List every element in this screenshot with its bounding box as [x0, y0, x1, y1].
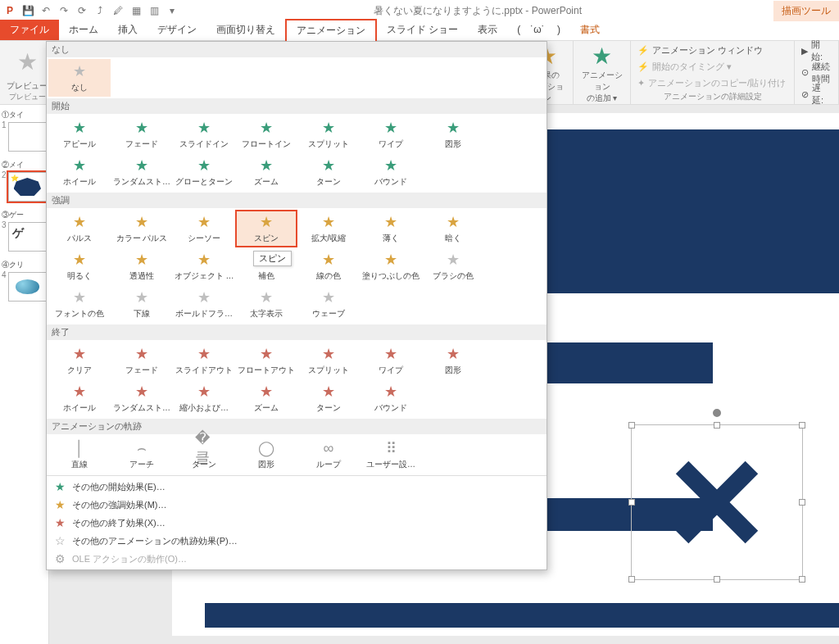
gallery-item[interactable]: ★ズーム: [235, 153, 297, 191]
gallery-item[interactable]: ★アピール: [48, 116, 111, 153]
save-icon[interactable]: 💾: [21, 4, 34, 17]
gallery-item[interactable]: ★塗りつぶしの色: [360, 247, 422, 285]
gallery-item[interactable]: ★薄く: [360, 210, 422, 247]
thumb-3[interactable]: ③ゲー 3ゲ: [2, 208, 47, 258]
advanced-group-label: アニメーションの詳細設定: [664, 91, 762, 102]
qat-icon3[interactable]: 🖉: [111, 4, 125, 17]
tab-format[interactable]: 書式: [570, 20, 610, 40]
star-icon: ★: [70, 213, 88, 231]
star-icon: ★: [133, 383, 151, 401]
path-icon: �클: [195, 439, 213, 457]
gallery-item[interactable]: ★ブラシの色: [422, 247, 484, 285]
gallery-item[interactable]: ★フェード: [111, 342, 173, 379]
tab-slideshow[interactable]: スライド ショー: [377, 20, 468, 40]
gallery-item-none[interactable]: ★なし: [48, 59, 111, 97]
star-icon: ★: [320, 251, 338, 269]
gallery-item[interactable]: ★ボールドフラ…: [173, 285, 235, 323]
gallery-item[interactable]: ★フォントの色: [48, 285, 111, 323]
gallery-item[interactable]: ★明るく: [48, 247, 111, 285]
gallery-item[interactable]: ★フロートイン: [235, 116, 297, 153]
gallery-item[interactable]: ★ターン: [297, 153, 360, 191]
selected-shape[interactable]: [631, 424, 803, 580]
star-icon: ★: [195, 156, 213, 175]
star-icon: ★: [320, 156, 338, 175]
trigger-button[interactable]: ⚡開始のタイミング ▾: [637, 59, 732, 75]
gallery-item[interactable]: ★図形: [422, 342, 484, 379]
gallery-item[interactable]: ★太字表示: [235, 285, 297, 323]
gallery-item[interactable]: ★スライドイン: [173, 116, 235, 153]
undo-icon[interactable]: ↶: [39, 4, 52, 17]
animation-painter-button[interactable]: ✦アニメーションのコピー/貼り付け: [637, 75, 786, 91]
gallery-item[interactable]: ★ホイール: [48, 379, 111, 417]
gallery-item[interactable]: ★シーソー: [173, 210, 235, 247]
tab-home[interactable]: ホーム: [59, 20, 108, 40]
tab-transitions[interactable]: 画面切り替え: [206, 20, 285, 40]
gallery-item[interactable]: ★グローとターン: [173, 153, 235, 191]
tab-design[interactable]: デザイン: [147, 20, 206, 40]
thumb-1[interactable]: ①タイ 1: [2, 108, 47, 158]
gallery-item[interactable]: ★バウンド: [360, 379, 422, 417]
tab-file[interactable]: ファイル: [0, 20, 59, 40]
gallery-item[interactable]: ★フロートアウト: [235, 342, 297, 379]
ribbon-group-add-animation[interactable]: ★ アニメーション の追加 ▾: [574, 41, 631, 104]
more-exit-effects[interactable]: ★その他の終了効果(X)…: [47, 514, 546, 532]
tab-insert[interactable]: 挿入: [108, 20, 147, 40]
gallery-item[interactable]: ★ランダムスト…: [111, 379, 173, 417]
animation-pane-button[interactable]: ⚡アニメーション ウィンドウ: [637, 43, 763, 59]
gallery-item[interactable]: ⌢アーチ: [111, 436, 173, 474]
gallery-item[interactable]: ★ワイプ: [360, 342, 422, 379]
gallery-item[interactable]: ★ホイール: [48, 153, 111, 191]
gallery-item[interactable]: ★スプリット: [297, 342, 360, 379]
star-icon: ★: [70, 345, 88, 363]
gallery-item[interactable]: ⠿ユーザー設…: [360, 436, 422, 474]
tab-animations[interactable]: アニメーション: [285, 19, 377, 41]
preview-icon[interactable]: ★: [8, 43, 46, 80]
tab-view[interactable]: 表示: [468, 20, 507, 40]
gallery-item[interactable]: ★透過性: [111, 247, 173, 285]
gallery-section-entrance: 開始: [47, 98, 546, 114]
gallery-item[interactable]: ★スピン: [235, 210, 297, 247]
gallery-item[interactable]: ★図形: [422, 116, 484, 153]
gallery-item[interactable]: ∞ループ: [297, 436, 360, 474]
gallery-item[interactable]: ★カラー パルス: [111, 210, 173, 247]
qat-icon6[interactable]: ▾: [166, 4, 179, 17]
gallery-item[interactable]: ★ターン: [297, 379, 360, 417]
gallery-item[interactable]: ★オブジェクト …: [173, 247, 235, 285]
star-icon: ★: [444, 251, 462, 269]
more-entrance-effects[interactable]: ★その他の開始効果(E)…: [47, 478, 546, 496]
gallery-item[interactable]: ★フェード: [111, 116, 173, 153]
gallery-item[interactable]: ★スライドアウト: [173, 342, 235, 379]
qat-icon2[interactable]: ⤴: [93, 4, 107, 17]
qat-icon4[interactable]: ▦: [129, 4, 143, 17]
more-emphasis-effects[interactable]: ★その他の強調効果(M)…: [47, 496, 546, 514]
gallery-item[interactable]: ★クリア: [48, 342, 111, 379]
gallery-item[interactable]: ★ウェーブ: [297, 285, 360, 323]
gallery-item[interactable]: ★スプリット: [297, 116, 360, 153]
gallery-item[interactable]: �클ターン: [173, 436, 235, 474]
gallery-item[interactable]: ★線の色: [297, 247, 360, 285]
gallery-item[interactable]: ★ズーム: [235, 379, 297, 417]
gallery-item[interactable]: │直線: [48, 436, 111, 474]
redo-icon[interactable]: ↷: [57, 4, 70, 17]
x-shape: [660, 454, 773, 551]
gallery-item[interactable]: ★縮小および…: [173, 379, 235, 417]
qat-icon5[interactable]: ▥: [147, 4, 161, 17]
thumb-2[interactable]: ②メイ 2⭐: [2, 158, 47, 208]
gallery-item[interactable]: ★拡大/収縮: [297, 210, 360, 247]
qat-icon[interactable]: ⟳: [75, 4, 88, 17]
star-icon: ★: [70, 119, 88, 137]
thumb-4[interactable]: ④クリ 4: [2, 258, 47, 308]
tab-emoji[interactable]: ( ˙ω˙ ): [507, 20, 570, 40]
gallery-item[interactable]: ★バウンド: [360, 153, 422, 191]
gallery-item[interactable]: ★ランダムスト…: [111, 153, 173, 191]
gallery-item[interactable]: ★パルス: [48, 210, 111, 247]
gallery-item[interactable]: ★暗く: [422, 210, 484, 247]
gallery-item[interactable]: ★下線: [111, 285, 173, 323]
ribbon-group-advanced: ⚡アニメーション ウィンドウ ⚡開始のタイミング ▾ ✦アニメーションのコピー/…: [631, 41, 795, 104]
more-motion-effects[interactable]: ☆その他のアニメーションの軌跡効果(P)…: [47, 532, 546, 550]
star-icon: ★: [382, 345, 400, 363]
gallery-item[interactable]: ◯図形: [235, 436, 297, 474]
star-icon: ★: [70, 156, 88, 175]
rotate-handle[interactable]: [711, 407, 723, 419]
gallery-item[interactable]: ★ワイプ: [360, 116, 422, 153]
